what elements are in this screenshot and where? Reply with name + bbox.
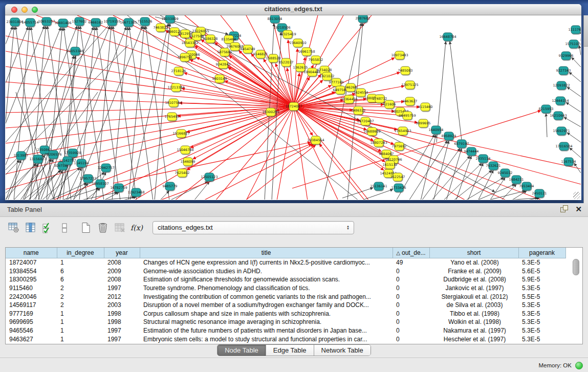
network-node[interactable]: 5803144	[212, 75, 227, 83]
network-node[interactable]: 12444154	[552, 97, 569, 105]
network-node[interactable]: 15166827	[172, 129, 189, 138]
vertical-scrollbar[interactable]	[573, 259, 578, 341]
network-node[interactable]: 17654923	[394, 127, 411, 135]
table-row[interactable]: 977716911998Corpus callosum shape and si…	[6, 310, 565, 318]
table-row[interactable]: 1830029562008Estimation of significance …	[6, 275, 565, 284]
network-node[interactable]: 1640954	[429, 126, 444, 134]
unselect-all-button[interactable]	[57, 221, 72, 235]
network-node[interactable]: 9899695	[416, 119, 431, 127]
network-node[interactable]: 20053346	[67, 47, 83, 55]
network-node[interactable]: 8186328	[203, 35, 218, 43]
function-builder-button[interactable]: f(x)	[129, 221, 144, 235]
network-node[interactable]: 8215953	[539, 105, 554, 113]
network-node[interactable]: 14055714	[21, 18, 38, 27]
select-all-button[interactable]	[40, 221, 55, 235]
network-node[interactable]: 1167534	[561, 158, 576, 166]
network-node[interactable]: 7486322	[351, 106, 366, 115]
network-node[interactable]: 2718126	[171, 67, 186, 75]
float-panel-icon[interactable]	[560, 205, 568, 213]
network-node[interactable]: 7485083	[398, 67, 413, 75]
column-header[interactable]: title	[140, 248, 393, 258]
window-resize-grip[interactable]	[573, 192, 580, 199]
table-row[interactable]: 969969511998Structural magnetic resonanc…	[6, 318, 565, 326]
column-header[interactable]: in_degree	[57, 248, 104, 258]
network-node[interactable]: 6879197	[454, 140, 469, 148]
network-node[interactable]: 7632621	[486, 162, 501, 170]
network-node[interactable]: 1733426	[391, 184, 406, 192]
network-node[interactable]: 9485779	[163, 182, 178, 190]
create-column-button[interactable]	[78, 221, 94, 235]
show-columns-button[interactable]	[23, 221, 38, 235]
network-node[interactable]: 15136141	[370, 182, 387, 190]
close-panel-icon[interactable]: ✕	[575, 205, 582, 213]
tab-network-table[interactable]: Network Table	[314, 345, 371, 356]
network-node[interactable]: 8813054	[268, 15, 282, 23]
network-node[interactable]: 2450121	[532, 189, 547, 198]
table-row[interactable]: 946554611997Estimation of the future num…	[6, 326, 565, 335]
network-node[interactable]: 15751074	[565, 40, 581, 48]
table-mode-button[interactable]	[6, 221, 21, 235]
network-node[interactable]: 10653257	[38, 17, 55, 26]
table-row[interactable]: 1872400712008Changes of HCN gene express…	[6, 258, 565, 267]
network-node[interactable]: 621606	[383, 100, 396, 108]
network-node[interactable]: 2087682	[356, 15, 371, 23]
column-header[interactable]: year	[104, 248, 140, 258]
network-node[interactable]: 19384554	[307, 136, 324, 144]
column-header[interactable]: short	[429, 248, 518, 258]
network-node[interactable]: 9245012	[498, 169, 513, 177]
table-selector-dropdown[interactable]: citations_edges.txt ▲▼	[153, 221, 354, 234]
table-row[interactable]: 2242004622012Investigating the contribut…	[6, 292, 565, 301]
network-node[interactable]: 9329966	[559, 52, 574, 60]
network-node[interactable]: 18107564	[165, 99, 182, 107]
table-row[interactable]: 946362711997Embryonic stem cells: a mode…	[6, 335, 565, 343]
attribute-table[interactable]: namein_degreeyeartitle△out_de...shortpag…	[5, 247, 583, 344]
network-node[interactable]: 9115460	[418, 103, 433, 111]
network-canvas[interactable]: 2393180614055714106532573069140615276026…	[6, 15, 581, 200]
network-node[interactable]: 10688609	[363, 127, 380, 136]
tab-edge-table[interactable]: Edge Table	[266, 345, 314, 356]
network-node[interactable]: 10958107	[92, 180, 108, 188]
network-node[interactable]: 9474444	[464, 147, 479, 156]
network-node[interactable]: 15692971	[553, 127, 570, 135]
network-node[interactable]: 16961758	[298, 48, 315, 56]
network-node[interactable]: 16210643	[550, 112, 567, 120]
network-node[interactable]: 2935114	[476, 155, 491, 163]
column-header[interactable]: △out_de...	[393, 248, 429, 258]
network-window-titlebar[interactable]: citations_edges.txt	[5, 4, 581, 15]
network-node[interactable]: 12213384	[167, 83, 184, 92]
column-header[interactable]: pagerank	[518, 248, 565, 258]
network-node[interactable]: 17016504	[555, 142, 572, 150]
table-row[interactable]: 1938455462009Genome-wide association stu…	[6, 267, 565, 276]
network-view-window[interactable]: citations_edges.txt 23931806140557141065…	[5, 4, 581, 200]
network-node[interactable]: 1765493	[165, 113, 180, 121]
network-node[interactable]: 3313907	[14, 151, 29, 160]
network-node[interactable]: 13975125	[401, 81, 418, 89]
network-node[interactable]: 23640910	[289, 39, 306, 47]
network-node[interactable]: 1111762	[569, 26, 581, 34]
delete-table-button[interactable]	[112, 221, 127, 235]
network-node[interactable]: 15046788	[177, 146, 193, 154]
network-node[interactable]: 16648784	[439, 33, 456, 41]
network-node[interactable]: 10719155	[103, 17, 120, 26]
network-node[interactable]: 18807243	[370, 139, 387, 147]
column-header[interactable]: name	[6, 248, 57, 258]
network-node[interactable]: 7515526	[138, 17, 153, 26]
tab-node-table[interactable]: Node Table	[217, 345, 266, 356]
network-node[interactable]: 7975692	[392, 142, 407, 150]
network-node[interactable]: 9463627	[403, 97, 418, 105]
network-node[interactable]: 9227343	[556, 67, 571, 75]
table-row[interactable]: 911546021997Tourette syndrome. Phenomeno…	[6, 284, 565, 293]
scrollbar-thumb[interactable]	[573, 259, 579, 275]
delete-columns-button[interactable]	[95, 221, 111, 235]
table-row[interactable]: 1456911722003Disruption of a novel membe…	[6, 301, 565, 310]
network-node[interactable]: 8522037	[279, 58, 294, 67]
network-node[interactable]: 12093822	[553, 81, 570, 90]
network-node[interactable]: 30691406	[54, 19, 71, 27]
network-node[interactable]: 12923468	[127, 188, 144, 196]
network-node[interactable]: 23931806	[6, 18, 23, 26]
network-node[interactable]: 7653404	[519, 182, 534, 190]
network-node[interactable]: 1684211	[509, 176, 524, 184]
network-node[interactable]: 16671385	[120, 18, 137, 27]
network-node[interactable]: 3624554	[354, 89, 368, 97]
table-panel-titlebar[interactable]: Table Panel ✕	[0, 203, 588, 217]
